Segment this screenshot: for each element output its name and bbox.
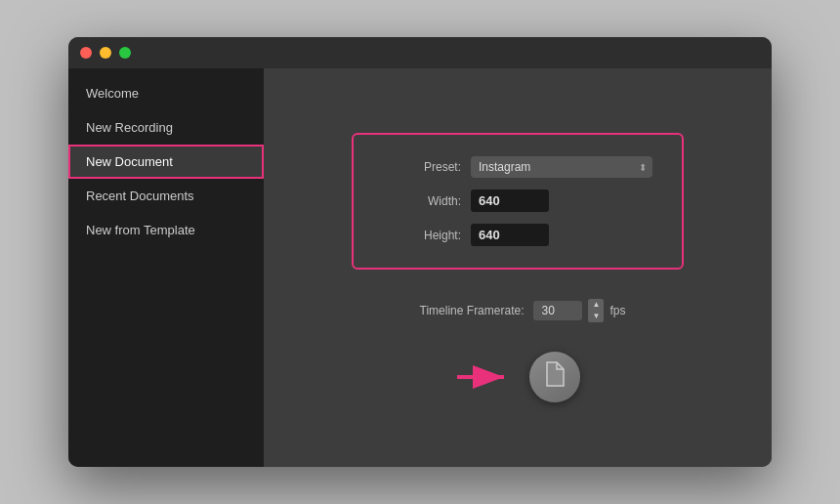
framerate-input[interactable] [533, 301, 582, 320]
framerate-row: Timeline Framerate: ▲ ▼ fps [410, 299, 626, 321]
sidebar-item-new-from-template[interactable]: New from Template [68, 213, 264, 247]
framerate-stepper: ▲ ▼ [588, 299, 604, 321]
maximize-button[interactable] [119, 47, 131, 59]
close-button[interactable] [80, 47, 92, 59]
preset-select[interactable]: Instagram YouTube Twitter Custom [471, 156, 652, 178]
create-document-button[interactable] [529, 352, 580, 402]
sidebar-item-welcome[interactable]: Welcome [68, 76, 264, 110]
document-icon [544, 361, 566, 393]
arrow-indicator [455, 359, 514, 395]
sidebar-item-recent-documents[interactable]: Recent Documents [68, 179, 264, 213]
new-document-form: Preset: Instagram YouTube Twitter Custom… [352, 133, 684, 270]
height-input[interactable] [471, 224, 549, 246]
minimize-button[interactable] [100, 47, 111, 59]
app-window: Welcome New Recording New Document Recen… [68, 37, 772, 467]
preset-label: Preset: [383, 160, 461, 174]
content-area: Welcome New Recording New Document Recen… [68, 68, 772, 467]
sidebar: Welcome New Recording New Document Recen… [68, 68, 264, 467]
bottom-area [455, 352, 580, 402]
framerate-decrement[interactable]: ▼ [588, 311, 604, 322]
sidebar-item-new-recording[interactable]: New Recording [68, 110, 264, 145]
main-content: Preset: Instagram YouTube Twitter Custom… [264, 68, 772, 467]
framerate-label: Timeline Framerate: [420, 304, 525, 317]
height-row: Height: [383, 224, 652, 246]
framerate-input-group: ▲ ▼ fps [533, 299, 625, 321]
preset-select-wrapper: Instagram YouTube Twitter Custom ⬍ [471, 156, 652, 178]
arrow-icon [455, 359, 514, 395]
height-label: Height: [383, 229, 461, 242]
sidebar-item-new-document[interactable]: New Document [68, 145, 264, 179]
width-row: Width: [383, 189, 652, 212]
framerate-increment[interactable]: ▲ [588, 299, 604, 311]
fps-label: fps [609, 304, 625, 317]
width-label: Width: [383, 194, 461, 208]
width-input[interactable] [471, 189, 549, 212]
preset-row: Preset: Instagram YouTube Twitter Custom… [383, 156, 652, 178]
titlebar [68, 37, 772, 68]
